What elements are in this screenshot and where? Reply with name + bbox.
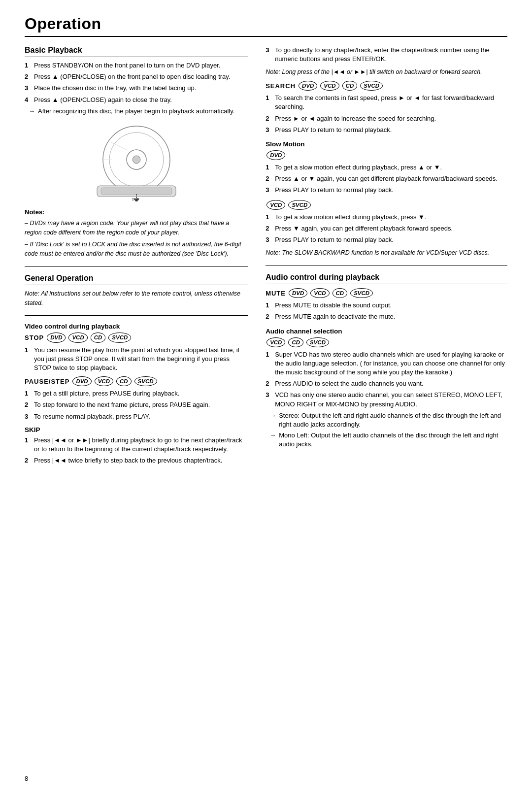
mute-label: MUTE (266, 290, 286, 297)
vcd-slow-motion-list: To get a slow motion effect during playb… (266, 213, 507, 245)
dvd-badge-search: DVD (299, 81, 317, 91)
list-item: Press AUDIO to select the audio channels… (266, 379, 507, 388)
svcd-badge: SVCD (108, 332, 131, 342)
list-item: Press |◄◄ or ►►| briefly during playback… (25, 436, 248, 454)
vcd-badge-search: VCD (320, 81, 339, 91)
page-title: Operation (25, 15, 507, 33)
svcd-badge-search: SVCD (360, 81, 383, 91)
list-item: Press |◄◄ twice briefly to step back to … (25, 456, 248, 465)
cd-badge-ch: CD (288, 337, 303, 347)
list-item: Press ▲ (OPEN/CLOSE) on the front panel … (25, 72, 248, 81)
list-item: To get a still picture, press PAUSE duri… (25, 389, 248, 398)
long-press-note: Note: Long press of the |◄◄ or ►►| till … (266, 67, 507, 77)
dvd-badge: DVD (47, 332, 66, 342)
vcd-badge: VCD (68, 332, 87, 342)
left-column: Basic Playback Press STANDBY/ON on the f… (25, 46, 248, 467)
vcd-badge-2: VCD (95, 376, 113, 386)
list-item: Press PLAY to return to normal play back… (266, 235, 507, 244)
list-item: Super VCD has two stereo audio channels … (266, 350, 507, 377)
pause-badge-row: PAUSE/STEP DVD VCD CD SVCD (25, 376, 248, 386)
general-operation-note: Note: All instructions set out below ref… (25, 289, 248, 308)
right-column: To go directly to any chapter/track, ent… (266, 46, 507, 467)
svcd-badge-mute: SVCD (350, 288, 373, 298)
channel-steps-list: Super VCD has two stereo audio channels … (266, 350, 507, 409)
stop-badge-row: STOP DVD VCD CD SVCD (25, 332, 248, 342)
stereo-arrow-note: Stereo: Output the left and right audio … (269, 411, 507, 429)
list-item: To search the contents in fast speed, pr… (266, 94, 507, 111)
skip-title: SKIP (25, 426, 248, 433)
basic-playback-title: Basic Playback (25, 46, 248, 57)
list-item: Press MUTE to disable the sound output. (266, 301, 507, 310)
list-item: You can resume the play from the point a… (25, 346, 248, 373)
cd-badge: CD (91, 332, 106, 342)
svg-rect-7 (101, 188, 172, 195)
svg-text:DVD: DVD (132, 198, 139, 201)
audio-channel-title: Audio channel selection (266, 328, 507, 335)
list-item: To step forward to the next frame pictur… (25, 400, 248, 409)
list-item: To resume normal playback, press PLAY. (25, 412, 248, 421)
mute-badge-row: MUTE DVD VCD CD SVCD (266, 288, 507, 298)
dvd-badge-slow: DVD (266, 150, 285, 160)
list-item: VCD has only one stereo audio channel, y… (266, 391, 507, 408)
cd-badge-mute: CD (332, 288, 348, 298)
pause-label: PAUSE/STEP (25, 378, 69, 385)
vcd-badge-mute: VCD (310, 288, 329, 298)
vcd-svcd-badge-row: VCD SVCD (266, 200, 507, 210)
cd-badge-search: CD (342, 81, 358, 91)
channel-badge-row: VCD CD SVCD (266, 337, 507, 347)
note-2: – If 'Disc Lock' is set to LOCK and the … (25, 240, 248, 259)
vcd-badge-ch: VCD (266, 337, 285, 347)
list-item: Press STANDBY/ON on the front panel to t… (25, 61, 248, 70)
slow-backward-note: Note: The SLOW BACKWARD function is not … (266, 248, 507, 258)
list-item: To get a slow motion effect during playb… (266, 163, 507, 172)
notes-block: Notes: – DVDs may have a region code. Yo… (25, 208, 248, 259)
basic-playback-list: Press STANDBY/ON on the front panel to t… (25, 61, 248, 104)
list-item: Place the chosen disc in the tray, with … (25, 84, 248, 93)
mono-left-arrow-note: Mono Left: Output the left audio channel… (269, 431, 507, 449)
slow-motion-dvd-list: To get a slow motion effect during playb… (266, 163, 507, 195)
dvd-player-illustration: DVD (25, 123, 248, 201)
search-label: SEARCH (266, 82, 296, 90)
search-steps-list: To search the contents in fast speed, pr… (266, 94, 507, 134)
list-item: To get a slow motion effect during playb… (266, 213, 507, 222)
general-operation-title: General Operation (25, 274, 248, 285)
svcd-badge-slow: SVCD (288, 200, 311, 210)
search-badge-row: SEARCH DVD VCD CD SVCD (266, 81, 507, 91)
mute-steps-list: Press MUTE to disable the sound output. … (266, 301, 507, 321)
slow-motion-dvd-badge-row: DVD (266, 150, 507, 160)
list-item: To go directly to any chapter/track, ent… (266, 46, 507, 64)
stop-label: STOP (25, 334, 44, 341)
page-number: 8 (25, 775, 28, 782)
svcd-badge-ch: SVCD (306, 337, 329, 347)
list-item: Press PLAY to return to normal play back… (266, 186, 507, 195)
cd-badge-2: CD (116, 376, 132, 386)
list-item: Press ▲ (OPEN/CLOSE) again to close the … (25, 96, 248, 104)
arrow-note: After recognizing this disc, the player … (29, 107, 248, 116)
dvd-badge-2: DVD (72, 376, 91, 386)
list-item: Press ► or ◄ again to increase the speed… (266, 114, 507, 123)
pause-steps-list: To get a still picture, press PAUSE duri… (25, 389, 248, 421)
audio-control-title: Audio control during playback (266, 273, 507, 284)
list-item: Press PLAY to return to normal playback. (266, 126, 507, 134)
list-item: Press MUTE again to deactivate the mute. (266, 312, 507, 321)
slow-motion-dvd-title: Slow Motion (266, 140, 507, 148)
dvd-badge-mute: DVD (289, 288, 307, 298)
list-item: Press ▲ or ▼ again, you can get differen… (266, 174, 507, 183)
svcd-badge-2: SVCD (134, 376, 157, 386)
list-item: Press ▼ again, you can get different pla… (266, 224, 507, 233)
vcd-badge-slow: VCD (266, 200, 285, 210)
stop-steps-list: You can resume the play from the point a… (25, 346, 248, 373)
right-top-list: To go directly to any chapter/track, ent… (266, 46, 507, 64)
video-control-title: Video control during playback (25, 323, 248, 330)
svg-point-3 (133, 156, 140, 164)
note-1: – DVDs may have a region code. Your play… (25, 219, 248, 237)
skip-steps-list: Press |◄◄ or ►►| briefly during playback… (25, 436, 248, 465)
